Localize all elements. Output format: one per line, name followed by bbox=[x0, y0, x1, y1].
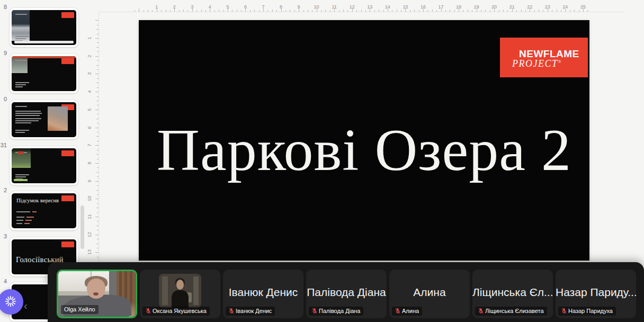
ruler-tick bbox=[534, 10, 535, 12]
ruler-tick bbox=[161, 10, 162, 12]
ruler-number: 1 bbox=[86, 34, 93, 42]
ruler-tick bbox=[237, 10, 237, 12]
ruler-number: 23 bbox=[544, 4, 551, 10]
participant-tile[interactable]: Olga Хейло bbox=[57, 270, 137, 318]
ruler-tick bbox=[97, 60, 99, 61]
ruler-tick bbox=[96, 83, 99, 83]
slide-thumbnail[interactable]: Підсумок вересня bbox=[10, 191, 78, 230]
text-line bbox=[16, 211, 30, 212]
participant-tile[interactable]: Іванюк Денис Іванюк Денис bbox=[223, 270, 303, 318]
ruler-tick bbox=[352, 8, 353, 12]
screen-share-figma-slides: 890312Підсумок вересня3Голосіївський4 12… bbox=[0, 0, 644, 322]
ruler-number: 17 bbox=[437, 4, 445, 10]
person-body bbox=[172, 290, 189, 308]
slide-thumbnail[interactable] bbox=[10, 146, 78, 185]
participant-name-display: Ліщинська Єл... bbox=[472, 286, 553, 299]
ruler-tick bbox=[95, 181, 99, 182]
ruler-tick bbox=[95, 20, 99, 21]
ruler-number: 13 bbox=[86, 248, 93, 256]
participant-tile[interactable]: Алина Алина bbox=[389, 270, 470, 318]
participant-tile[interactable]: Назар Париду... Назар Паридуха bbox=[556, 270, 636, 318]
participant-tile[interactable]: Ліщинська Єл... Ліщинська Єлизавета bbox=[472, 270, 553, 318]
ruler-line bbox=[99, 12, 625, 12]
ruler-tick bbox=[97, 159, 99, 159]
ruler-tick bbox=[267, 10, 268, 12]
ruler-tick bbox=[374, 10, 375, 12]
ruler-tick bbox=[96, 208, 99, 208]
participant-name-label: Іванюк Денис bbox=[226, 307, 275, 316]
ruler-tick bbox=[245, 8, 246, 12]
ruler-tick bbox=[259, 10, 260, 12]
ruler-tick bbox=[97, 51, 99, 52]
ruler-tick bbox=[441, 8, 442, 12]
slide-thumbnail[interactable] bbox=[10, 100, 78, 139]
person-face bbox=[87, 279, 105, 299]
participant-tile[interactable]: Оксана Якушевська bbox=[140, 270, 220, 318]
text-line bbox=[15, 111, 41, 112]
ruler-tick bbox=[219, 10, 219, 12]
ruler-tick bbox=[392, 10, 392, 12]
ruler-tick bbox=[96, 47, 99, 48]
ruler-number: 8 bbox=[86, 159, 93, 167]
ruler-tick bbox=[388, 8, 388, 12]
participant-label-text: Палівода Діана bbox=[319, 308, 360, 315]
ruler-tick bbox=[96, 65, 99, 66]
ruler-tick bbox=[97, 176, 99, 177]
ruler-tick bbox=[96, 226, 99, 226]
ruler-tick bbox=[96, 154, 99, 155]
ruler-tick bbox=[583, 8, 584, 12]
ruler-tick bbox=[97, 87, 99, 88]
sidebar-scrollbar[interactable] bbox=[80, 205, 84, 249]
mic-muted-icon bbox=[561, 308, 567, 314]
ruler-tick bbox=[97, 239, 99, 239]
ruler-number: 6 bbox=[86, 124, 93, 131]
ruler-tick bbox=[587, 10, 588, 12]
ruler-tick bbox=[548, 8, 548, 12]
ruler-tick bbox=[552, 10, 552, 12]
registered-mark: ® bbox=[558, 59, 561, 64]
ruler-number: 18 bbox=[455, 4, 462, 10]
slide-thumbnail[interactable] bbox=[10, 54, 78, 93]
ruler-number: 4 bbox=[86, 88, 93, 95]
ruler-tick bbox=[507, 10, 508, 12]
slide-thumbnail[interactable] bbox=[10, 8, 78, 47]
ruler-tick bbox=[97, 194, 99, 195]
ruler-tick bbox=[97, 132, 99, 132]
photo-header bbox=[12, 56, 76, 58]
ruler-tick bbox=[285, 10, 286, 12]
slide-number: 31 bbox=[0, 142, 7, 148]
ruler-tick bbox=[347, 10, 348, 12]
participant-label-text: Оксана Якушевська bbox=[153, 308, 207, 315]
text-line bbox=[25, 220, 32, 221]
collapse-strip-chevron[interactable]: ‹ bbox=[24, 300, 28, 311]
ruler-tick bbox=[361, 10, 362, 12]
slide-number: 0 bbox=[0, 96, 7, 102]
ruler-tick bbox=[95, 217, 99, 217]
ruler-tick bbox=[477, 8, 477, 12]
text-line bbox=[16, 223, 22, 224]
ruler-tick bbox=[223, 10, 224, 12]
text-line bbox=[15, 120, 39, 121]
ruler-tick bbox=[427, 10, 428, 12]
text-line bbox=[24, 223, 30, 224]
slide-canvas[interactable]: NEWFLAME PROJECT® Паркові Озера 2 bbox=[139, 20, 589, 261]
text-line bbox=[15, 176, 26, 177]
ruler-tick bbox=[95, 92, 99, 92]
ruler-number: 1 bbox=[153, 4, 160, 10]
slide-number: 9 bbox=[0, 50, 7, 56]
ruler-tick bbox=[565, 8, 566, 12]
ruler-number: 7 bbox=[86, 141, 93, 149]
text-line bbox=[15, 130, 29, 131]
ruler-tick bbox=[276, 10, 277, 12]
spark-burst-icon bbox=[4, 295, 17, 309]
mic-muted-icon bbox=[229, 308, 234, 314]
ruler-tick bbox=[205, 10, 206, 12]
ruler-tick bbox=[97, 123, 99, 123]
ruler-tick bbox=[96, 29, 99, 30]
ruler-number: 16 bbox=[419, 4, 427, 10]
thumbnail-logo-badge bbox=[61, 195, 74, 201]
participant-tile[interactable]: Палівода Діана Палівода Діана bbox=[306, 270, 387, 318]
text-line bbox=[15, 122, 31, 123]
ruler-tick bbox=[397, 10, 397, 12]
ruler-tick bbox=[263, 8, 264, 12]
